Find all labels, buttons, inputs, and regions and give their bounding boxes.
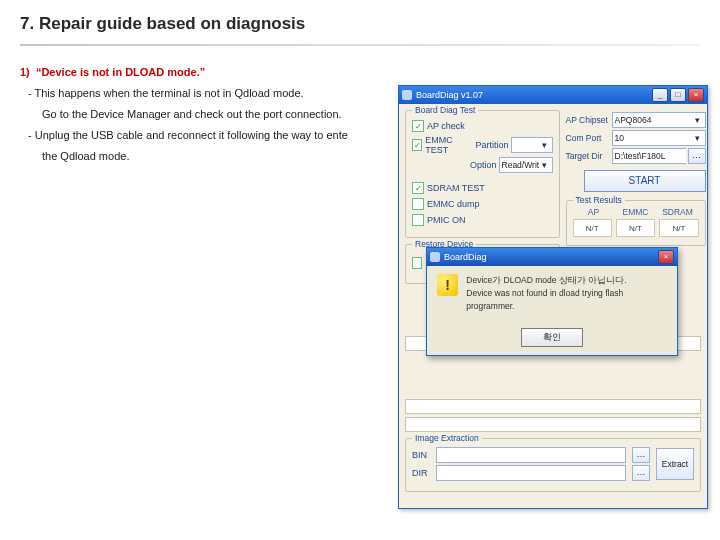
dialog-ok-button[interactable]: 확인 <box>521 328 583 347</box>
item-number: 1) <box>20 66 30 78</box>
chevron-down-icon: ▾ <box>693 133 703 143</box>
maximize-button[interactable]: □ <box>670 88 686 102</box>
minimize-button[interactable]: _ <box>652 88 668 102</box>
partition-label: Partition <box>475 140 508 150</box>
error-dialog: BoardDiag × ! Device가 DLOAD mode 상태가 아닙니… <box>426 247 678 356</box>
emmc-dump-label: EMMC dump <box>427 199 480 209</box>
emmc-dump-checkbox[interactable] <box>412 198 424 210</box>
window-titlebar[interactable]: BoardDiag v1.07 _ □ × <box>399 86 707 104</box>
option-label: Option <box>470 160 497 170</box>
ap-check-label: AP check <box>427 121 465 131</box>
ap-chipset-label: AP Chipset <box>566 115 612 125</box>
guide-line: - This happens when the terminal is not … <box>28 83 390 104</box>
com-port-label: Com Port <box>566 133 612 143</box>
chevron-down-icon: ▾ <box>540 160 550 170</box>
bin-label: BIN <box>412 450 432 460</box>
result-emmc-label: EMMC <box>615 207 657 217</box>
group-label: Board Diag Test <box>412 105 478 115</box>
app-icon <box>402 90 412 100</box>
chevron-down-icon: ▾ <box>693 115 703 125</box>
extract-button[interactable]: Extract <box>656 448 694 480</box>
close-button[interactable]: × <box>688 88 704 102</box>
emmc-test-checkbox[interactable]: ✓ <box>412 139 422 151</box>
emmc-test-label: EMMC TEST <box>425 135 468 155</box>
window-title: BoardDiag v1.07 <box>416 90 483 100</box>
result-ap-value: N/T <box>573 219 612 237</box>
result-sdram-label: SDRAM <box>657 207 699 217</box>
guide-line: Go to the Device Manager and check out t… <box>20 104 390 125</box>
item-heading: “Device is not in DLOAD mode.” <box>36 66 205 78</box>
divider <box>20 44 700 46</box>
guide-text: 1) “Device is not in DLOAD mode.” - This… <box>20 62 390 166</box>
result-ap-label: AP <box>573 207 615 217</box>
target-dir-field[interactable]: D:\test\F180L <box>612 148 686 164</box>
app-icon <box>430 252 440 262</box>
dir-browse-button[interactable]: … <box>632 465 650 481</box>
com-port-combo[interactable]: 10▾ <box>612 130 706 146</box>
dialog-titlebar[interactable]: BoardDiag × <box>427 248 677 266</box>
ap-check-checkbox[interactable]: ✓ <box>412 120 424 132</box>
boarddiag-window: BoardDiag v1.07 _ □ × Board Diag Test ✓A… <box>398 85 708 509</box>
dialog-message: Device가 DLOAD mode 상태가 아닙니다. <box>466 274 667 287</box>
log-line <box>405 417 701 432</box>
dir-label: DIR <box>412 468 432 478</box>
browse-button[interactable]: … <box>688 148 706 164</box>
pmic-checkbox[interactable] <box>412 214 424 226</box>
result-sdram-value: N/T <box>659 219 698 237</box>
start-button[interactable]: START <box>584 170 706 192</box>
bin-browse-button[interactable]: … <box>632 447 650 463</box>
group-label: Image Extraction <box>412 433 482 443</box>
log-line <box>405 399 701 414</box>
partition-combo[interactable]: ▾ <box>511 137 553 153</box>
option-combo[interactable]: Read/Writ▾ <box>499 157 553 173</box>
ap-chipset-combo[interactable]: APQ8064▾ <box>612 112 706 128</box>
sdram-label: SDRAM TEST <box>427 183 485 193</box>
dir-field[interactable] <box>436 465 626 481</box>
dialog-message: Device was not found in dload trying fla… <box>466 287 667 313</box>
sdram-checkbox[interactable]: ✓ <box>412 182 424 194</box>
warning-icon: ! <box>437 274 458 296</box>
pmic-label: PMIC ON <box>427 215 466 225</box>
restore-boot-checkbox[interactable] <box>412 257 422 269</box>
dialog-title: BoardDiag <box>444 252 487 262</box>
bin-field[interactable] <box>436 447 626 463</box>
dialog-close-button[interactable]: × <box>658 250 674 264</box>
guide-line: the Qdload mode. <box>20 146 390 167</box>
chevron-down-icon: ▾ <box>540 140 550 150</box>
result-emmc-value: N/T <box>616 219 655 237</box>
group-label: Test Results <box>573 195 625 205</box>
guide-line: - Unplug the USB cable and reconnect it … <box>28 125 390 146</box>
page-title: 7. Repair guide based on diagnosis <box>20 14 700 34</box>
target-dir-label: Target Dir <box>566 151 612 161</box>
